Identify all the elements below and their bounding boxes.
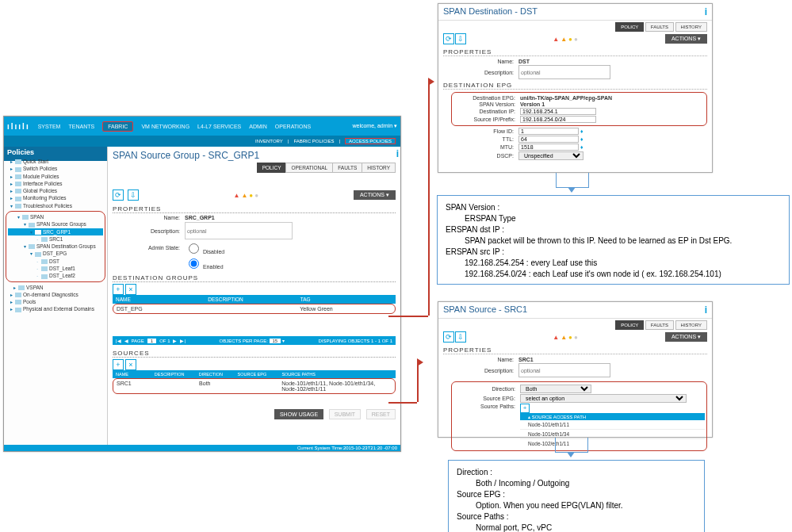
src-row[interactable]: SRC1 Both Node-101/eth1/11, Node-101/eth… — [113, 378, 396, 394]
tree-switch-policies[interactable]: ▸Switch Policies — [4, 165, 107, 172]
opp-select[interactable]: 15 — [270, 339, 281, 343]
tree-vspan[interactable]: ▸VSPAN — [4, 284, 107, 291]
show-usage-button[interactable]: SHOW USAGE — [274, 409, 323, 419]
arrow-down-icon — [568, 187, 576, 193]
src-path-row[interactable]: Node-101/eth1/34 — [520, 430, 705, 439]
tree-quickstart[interactable]: ▸Quick Start — [4, 158, 107, 165]
subnav-access-policies[interactable]: ACCESS POLICIES — [345, 138, 396, 144]
tree-span[interactable]: ▾SPAN — [8, 213, 103, 220]
tree-src1[interactable]: ·SRC1 — [8, 235, 103, 243]
ttl-input[interactable] — [518, 136, 579, 143]
dst-tab-faults[interactable]: FAULTS — [645, 22, 674, 32]
tab-history[interactable]: HISTORY — [362, 163, 396, 173]
info-icon[interactable]: i — [396, 148, 399, 159]
tree-span-highlight: ▾SPAN ▾SPAN Source Groups ▾SRC_GRP1 ·SRC… — [6, 211, 105, 282]
cisco-logo: ılıılı — [7, 122, 30, 131]
tree-module-policies[interactable]: ▸Module Policies — [4, 173, 107, 180]
info-icon[interactable]: i — [705, 6, 707, 17]
source-epg-select[interactable]: select an option — [520, 394, 687, 403]
src-row-name: SRC1 — [117, 381, 155, 392]
src-tab-history[interactable]: HISTORY — [675, 320, 707, 330]
src-path-row[interactable]: Node-102/eth1/11 — [520, 439, 705, 448]
dscp-select[interactable]: Unspecified — [518, 151, 583, 160]
tree-troubleshoot-policies[interactable]: ▾Troubleshoot Policies — [4, 202, 107, 209]
tree-dst-epg[interactable]: ▾DST_EPG — [8, 250, 103, 257]
src-desc-input[interactable] — [518, 363, 610, 377]
tree-pools[interactable]: ▸Pools — [4, 298, 107, 305]
info-icon[interactable]: i — [705, 304, 707, 316]
subnav-fabric-policies[interactable]: FABRIC POLICIES — [293, 139, 334, 144]
refresh-icon[interactable]: ⟳ — [443, 33, 454, 44]
admin-enabled-radio[interactable]: Enabled — [185, 256, 224, 270]
src-tab-faults[interactable]: FAULTS — [645, 320, 674, 330]
refresh-icon[interactable]: ⟳ — [443, 331, 454, 343]
del-dest-icon[interactable]: × — [125, 284, 136, 295]
add-path-icon[interactable]: + — [520, 404, 530, 413]
src-actions-button[interactable]: ACTIONS ▾ — [665, 332, 707, 342]
dst-explanation: SPAN Version : ERSPAN Type ERSPAN dst IP… — [437, 195, 790, 285]
user-menu[interactable]: welcome, admin ▾ — [352, 123, 397, 129]
tree-global-policies[interactable]: ▸Global Policies — [4, 187, 107, 194]
flow-id-input[interactable] — [518, 128, 579, 135]
page-title: SPAN Source Group - SRC_GRP1 — [113, 150, 396, 161]
tree-span-dest-groups[interactable]: ▾SPAN Destination Groups — [8, 243, 103, 250]
sub-nav: INVENTORY | FABRIC POLICIES | ACCESS POL… — [4, 136, 400, 147]
tree-ondemand[interactable]: ▸On-demand Diagnostics — [4, 291, 107, 298]
tree-dst-leaf2[interactable]: ·DST_Leaf2 — [8, 272, 103, 279]
del-src-icon[interactable]: × — [125, 359, 136, 370]
nav-tree: Policies ▸Quick Start ▸Switch Policies ▸… — [4, 147, 108, 445]
dest-row-tag: Yellow Green — [300, 306, 392, 312]
properties-header: PROPERTIES — [113, 205, 396, 213]
add-dest-icon[interactable]: + — [113, 284, 124, 295]
tree-span-source-groups[interactable]: ▾SPAN Source Groups — [8, 220, 103, 228]
actions-button[interactable]: ACTIONS ▾ — [354, 190, 396, 200]
nav-system[interactable]: SYSTEM — [38, 124, 61, 129]
dst-popup: SPAN Destination - DSTi POLICY FAULTS HI… — [438, 3, 713, 173]
src-tab-policy[interactable]: POLICY — [615, 320, 644, 330]
nav-fabric[interactable]: FABRIC — [102, 121, 133, 132]
dst-actions-button[interactable]: ACTIONS ▾ — [665, 34, 707, 44]
src-props-header: PROPERTIES — [443, 346, 707, 354]
mtu-input[interactable] — [518, 144, 579, 151]
tab-faults[interactable]: FAULTS — [332, 163, 362, 173]
src-path-row[interactable]: Node-101/eth1/11 — [520, 420, 705, 430]
sources-header: SOURCES — [113, 350, 396, 358]
dst-tab-policy[interactable]: POLICY — [615, 22, 644, 32]
tree-interface-policies[interactable]: ▸Interface Policies — [4, 180, 107, 187]
add-src-icon[interactable]: + — [113, 359, 124, 370]
tab-operational[interactable]: OPERATIONAL — [285, 163, 333, 173]
nav-vm[interactable]: VM NETWORKING — [141, 124, 189, 129]
dst-ip-input[interactable] — [520, 108, 596, 115]
tab-policy[interactable]: POLICY — [257, 163, 287, 173]
nav-ops[interactable]: OPERATIONS — [275, 124, 311, 129]
nav-tenants[interactable]: TENANTS — [68, 124, 94, 129]
admin-disabled-radio[interactable]: Disabled — [185, 241, 224, 255]
tree-phys-domains[interactable]: ▸Physical and External Domains — [4, 305, 107, 312]
tree-dst[interactable]: ·DST — [8, 258, 103, 265]
submit-button[interactable]: SUBMIT — [329, 409, 361, 419]
dst-tab-history[interactable]: HISTORY — [675, 22, 707, 32]
download-icon[interactable]: ⇩ — [455, 331, 466, 343]
desc-input[interactable] — [185, 222, 293, 239]
download-icon[interactable]: ⇩ — [128, 189, 139, 201]
arrow-down-icon — [567, 452, 575, 457]
nav-admin[interactable]: ADMIN — [249, 124, 267, 129]
reset-button[interactable]: RESET — [366, 409, 396, 419]
tree-dst-leaf1[interactable]: ·DST_Leaf1 — [8, 265, 103, 272]
page-input[interactable]: 1 — [147, 339, 156, 343]
tree-monitoring-policies[interactable]: ▸Monitoring Policies — [4, 194, 107, 201]
subnav-inventory[interactable]: INVENTORY — [255, 139, 283, 144]
refresh-icon[interactable]: ⟳ — [113, 189, 124, 201]
tree-src-grp1[interactable]: ▾SRC_GRP1 — [8, 228, 103, 235]
arrow-right-icon — [417, 358, 423, 366]
nav-l4l7[interactable]: L4-L7 SERVICES — [197, 124, 241, 129]
src-title: SPAN Source - SRC1 — [443, 304, 527, 316]
name-value: SRC_GRP1 — [185, 215, 215, 220]
direction-select[interactable]: Both — [520, 385, 591, 393]
connector-dst — [388, 316, 428, 317]
tree-header: Policies — [4, 147, 107, 158]
dst-desc-input[interactable] — [518, 65, 610, 79]
src-ip-input[interactable] — [520, 116, 596, 123]
dest-row[interactable]: DST_EPG Yellow Green — [113, 304, 396, 314]
download-icon[interactable]: ⇩ — [455, 33, 466, 44]
